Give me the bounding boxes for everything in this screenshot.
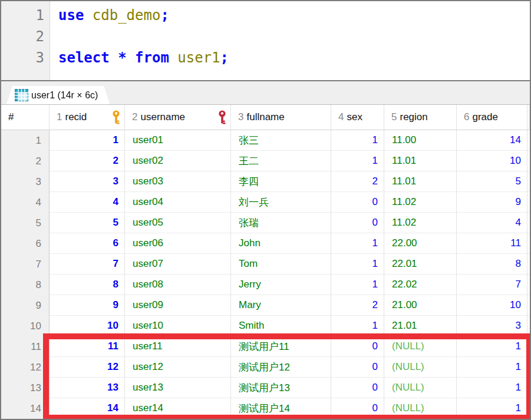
row-number-cell[interactable]: 4: [1, 192, 50, 213]
tab-result-user1[interactable]: user1 (14r × 6c): [6, 86, 110, 104]
cell-region[interactable]: (NULL): [384, 336, 457, 357]
row-number-cell[interactable]: 14: [1, 398, 50, 419]
cell-grade[interactable]: 5: [457, 171, 527, 192]
cell-username[interactable]: user10: [125, 316, 231, 336]
cell-region[interactable]: 11.01: [384, 151, 457, 171]
cell-sex[interactable]: 0: [331, 398, 384, 419]
cell-sex[interactable]: 1: [331, 151, 384, 171]
column-header-recid[interactable]: 1recid: [50, 105, 125, 130]
cell-fullname[interactable]: Mary: [231, 295, 331, 316]
cell-fullname[interactable]: 测试用户12: [231, 357, 331, 378]
cell-sex[interactable]: 1: [331, 233, 384, 254]
cell-sex[interactable]: 0: [331, 192, 384, 213]
cell-fullname[interactable]: Jerry: [231, 275, 331, 295]
editor-code-area[interactable]: use cdb_demo;select * from user1;: [50, 1, 530, 80]
cell-region[interactable]: 11.02: [384, 192, 457, 213]
cell-username[interactable]: user12: [125, 357, 231, 378]
cell-sex[interactable]: 1: [331, 254, 384, 275]
cell-sex[interactable]: 0: [331, 336, 384, 357]
cell-recid[interactable]: 1: [50, 130, 125, 151]
cell-username[interactable]: user14: [125, 398, 231, 419]
column-header-sex[interactable]: 4sex: [331, 105, 384, 130]
cell-fullname[interactable]: 测试用户14: [231, 398, 331, 419]
cell-sex[interactable]: 1: [331, 275, 384, 295]
cell-grade[interactable]: 1: [457, 336, 527, 357]
row-number-cell[interactable]: 11: [1, 336, 50, 357]
cell-fullname[interactable]: 测试用户13: [231, 378, 331, 398]
cell-sex[interactable]: 0: [331, 213, 384, 233]
cell-grade[interactable]: 1: [457, 398, 527, 419]
cell-region[interactable]: 11.00: [384, 130, 457, 151]
cell-fullname[interactable]: 王二: [231, 151, 331, 171]
cell-recid[interactable]: 6: [50, 233, 125, 254]
cell-fullname[interactable]: 刘一兵: [231, 192, 331, 213]
cell-recid[interactable]: 13: [50, 378, 125, 398]
cell-grade[interactable]: 14: [457, 130, 527, 151]
cell-fullname[interactable]: 李四: [231, 171, 331, 192]
row-number-cell[interactable]: 2: [1, 151, 50, 171]
cell-region[interactable]: 22.00: [384, 233, 457, 254]
code-line-2[interactable]: [58, 26, 530, 47]
cell-sex[interactable]: 2: [331, 171, 384, 192]
cell-grade[interactable]: 11: [457, 233, 527, 254]
column-header-region[interactable]: 5region: [384, 105, 457, 130]
cell-fullname[interactable]: 张瑞: [231, 213, 331, 233]
cell-grade[interactable]: 3: [457, 316, 527, 336]
cell-recid[interactable]: 14: [50, 398, 125, 419]
cell-recid[interactable]: 12: [50, 357, 125, 378]
cell-recid[interactable]: 10: [50, 316, 125, 336]
cell-region[interactable]: 11.02: [384, 213, 457, 233]
cell-grade[interactable]: 1: [457, 378, 527, 398]
cell-region[interactable]: (NULL): [384, 357, 457, 378]
sql-editor[interactable]: 123 use cdb_demo;select * from user1;: [1, 1, 530, 81]
cell-region[interactable]: (NULL): [384, 398, 457, 419]
cell-recid[interactable]: 2: [50, 151, 125, 171]
cell-region[interactable]: (NULL): [384, 378, 457, 398]
cell-username[interactable]: user06: [125, 233, 231, 254]
cell-sex[interactable]: 2: [331, 295, 384, 316]
column-header-grade[interactable]: 6grade: [457, 105, 527, 130]
row-number-cell[interactable]: 8: [1, 275, 50, 295]
cell-grade[interactable]: 10: [457, 295, 527, 316]
cell-sex[interactable]: 1: [331, 316, 384, 336]
cell-region[interactable]: 22.01: [384, 254, 457, 275]
cell-fullname[interactable]: Tom: [231, 254, 331, 275]
row-number-cell[interactable]: 6: [1, 233, 50, 254]
cell-region[interactable]: 21.00: [384, 295, 457, 316]
cell-grade[interactable]: 9: [457, 192, 527, 213]
cell-username[interactable]: user02: [125, 151, 231, 171]
cell-recid[interactable]: 5: [50, 213, 125, 233]
cell-fullname[interactable]: 测试用户11: [231, 336, 331, 357]
cell-username[interactable]: user05: [125, 213, 231, 233]
cell-fullname[interactable]: John: [231, 233, 331, 254]
cell-username[interactable]: user13: [125, 378, 231, 398]
cell-region[interactable]: 22.02: [384, 275, 457, 295]
cell-fullname[interactable]: Smith: [231, 316, 331, 336]
cell-sex[interactable]: 0: [331, 357, 384, 378]
row-number-cell[interactable]: 12: [1, 357, 50, 378]
cell-grade[interactable]: 8: [457, 254, 527, 275]
cell-region[interactable]: 21.01: [384, 316, 457, 336]
row-number-cell[interactable]: 1: [1, 130, 50, 151]
cell-username[interactable]: user09: [125, 295, 231, 316]
cell-region[interactable]: 11.01: [384, 171, 457, 192]
grid-corner-cell[interactable]: #: [1, 105, 50, 130]
cell-recid[interactable]: 4: [50, 192, 125, 213]
cell-recid[interactable]: 9: [50, 295, 125, 316]
cell-username[interactable]: user07: [125, 254, 231, 275]
cell-sex[interactable]: 1: [331, 130, 384, 151]
cell-username[interactable]: user11: [125, 336, 231, 357]
cell-recid[interactable]: 11: [50, 336, 125, 357]
row-number-cell[interactable]: 10: [1, 316, 50, 336]
cell-recid[interactable]: 3: [50, 171, 125, 192]
cell-username[interactable]: user08: [125, 275, 231, 295]
row-number-cell[interactable]: 7: [1, 254, 50, 275]
cell-username[interactable]: user03: [125, 171, 231, 192]
code-line-3[interactable]: select * from user1;: [58, 47, 530, 68]
column-header-username[interactable]: 2username: [125, 105, 231, 130]
cell-recid[interactable]: 7: [50, 254, 125, 275]
cell-username[interactable]: user01: [125, 130, 231, 151]
row-number-cell[interactable]: 13: [1, 378, 50, 398]
cell-grade[interactable]: 4: [457, 213, 527, 233]
cell-grade[interactable]: 1: [457, 357, 527, 378]
